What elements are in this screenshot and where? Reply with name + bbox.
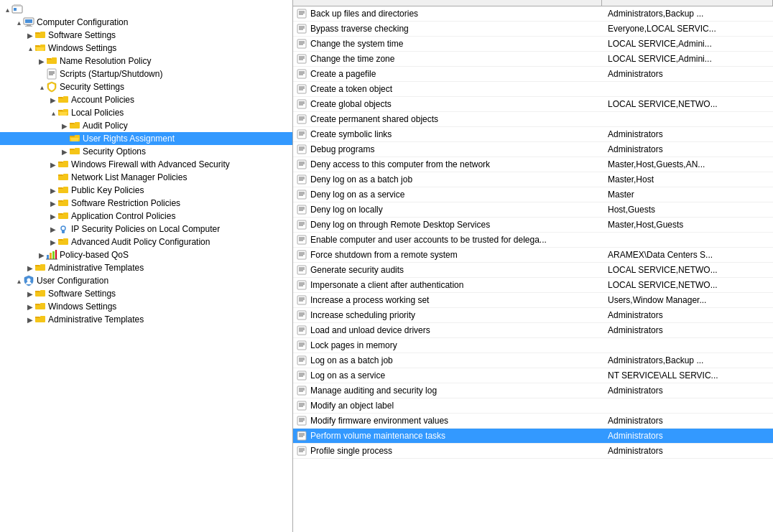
tree-item-app-control[interactable]: ▶ Application Control Policies <box>0 210 292 223</box>
expander-account-policies[interactable]: ▶ <box>49 96 57 104</box>
table-row[interactable]: Enable computer and user accounts to be … <box>293 233 773 248</box>
tree-item-computer-config[interactable]: ▴ Computer Configuration <box>0 16 292 29</box>
table-row[interactable]: Increase a process working set Users,Win… <box>293 293 773 308</box>
table-row[interactable]: Create a token object <box>293 82 773 97</box>
tree-root[interactable]: ▴ <box>0 3 292 16</box>
expander-public-key[interactable]: ▶ <box>49 187 57 195</box>
table-row[interactable]: Deny log on as a batch job Master,Host <box>293 172 773 187</box>
expander-admin-templates-1[interactable]: ▶ <box>26 264 34 272</box>
table-row[interactable]: Deny log on as a service Master <box>293 187 773 202</box>
table-row[interactable]: Log on as a service NT SERVICE\ALL SERVI… <box>293 368 773 383</box>
policy-text: Create symbolic links <box>310 129 392 139</box>
expander-local-policies[interactable]: ▴ <box>49 109 57 117</box>
expander-computer-config[interactable]: ▴ <box>14 19 23 27</box>
policy-text: Deny log on as a batch job <box>310 174 412 185</box>
table-row[interactable]: Change the time zone LOCAL SERVICE,Admin… <box>293 52 773 67</box>
root-expander[interactable]: ▴ <box>3 6 11 14</box>
col-policy-header[interactable] <box>293 0 602 6</box>
expander-name-resolution[interactable]: ▶ <box>37 57 46 65</box>
expander-windows-settings-2[interactable]: ▶ <box>26 303 34 311</box>
icon-folder <box>57 236 69 248</box>
tree-item-name-resolution[interactable]: ▶ Name Resolution Policy <box>0 55 292 67</box>
table-row[interactable]: Load and unload device drivers Administr… <box>293 323 773 338</box>
table-row[interactable]: Perform volume maintenance tasks Adminis… <box>293 429 773 444</box>
tree-item-firewall[interactable]: ▶ Windows Firewall with Advanced Securit… <box>0 158 292 171</box>
tree-panel[interactable]: ▴ ▴ Computer Configuration ▶ Software Se… <box>0 0 293 532</box>
table-header <box>293 0 773 6</box>
row-icon <box>296 83 307 95</box>
expander-windows-settings-1[interactable]: ▴ <box>26 45 34 52</box>
label-advanced-audit: Advanced Audit Policy Configuration <box>71 237 210 247</box>
table-row[interactable]: Create permanent shared objects <box>293 112 773 127</box>
expander-app-control[interactable]: ▶ <box>49 213 57 220</box>
row-icon <box>296 204 307 215</box>
tree-item-user-config[interactable]: ▴ User Configuration <box>0 274 292 287</box>
tree-item-admin-templates-1[interactable]: ▶ Administrative Templates <box>0 261 292 274</box>
expander-admin-templates-2[interactable]: ▶ <box>26 316 34 324</box>
expander-user-config[interactable]: ▴ <box>14 277 23 285</box>
tree-item-public-key[interactable]: ▶ Public Key Policies <box>0 184 292 197</box>
table-row[interactable]: Increase scheduling priority Administrat… <box>293 308 773 323</box>
table-row[interactable]: Lock pages in memory <box>293 338 773 353</box>
tree-item-account-policies[interactable]: ▶ Account Policies <box>0 93 292 106</box>
tree-item-security-settings[interactable]: ▴ Security Settings <box>0 80 292 93</box>
svg-rect-39 <box>297 85 306 93</box>
expander-security-options[interactable]: ▶ <box>60 148 69 156</box>
table-row[interactable]: Bypass traverse checking Everyone,LOCAL … <box>293 22 773 37</box>
table-row[interactable]: Impersonate a client after authenticatio… <box>293 278 773 293</box>
tree-item-windows-settings-1[interactable]: ▴ Windows Settings <box>0 42 292 55</box>
tree-item-network-list[interactable]: Network List Manager Policies <box>0 171 292 184</box>
svg-rect-12 <box>62 230 65 233</box>
tree-item-advanced-audit[interactable]: ▶ Advanced Audit Policy Configuration <box>0 235 292 248</box>
table-row[interactable]: Create symbolic links Administrators <box>293 127 773 142</box>
expander-security-settings[interactable]: ▴ <box>37 83 46 91</box>
tree-item-policy-based-qos[interactable]: ▶ Policy-based QoS <box>0 248 292 261</box>
tree-item-ip-security[interactable]: ▶ IP Security Policies on Local Computer <box>0 223 292 235</box>
table-row[interactable]: Manage auditing and security log Adminis… <box>293 383 773 398</box>
expander-software-settings-2[interactable]: ▶ <box>26 290 34 298</box>
table-row[interactable]: Profile single process Administrators <box>293 444 773 459</box>
tree-item-software-settings-1[interactable]: ▶ Software Settings <box>0 29 292 42</box>
label-security-settings: Security Settings <box>60 82 124 92</box>
tree-item-admin-templates-2[interactable]: ▶ Administrative Templates <box>0 313 292 326</box>
svg-rect-91 <box>297 281 306 289</box>
table-row[interactable]: Modify firmware environment values Admin… <box>293 414 773 429</box>
table-row[interactable]: Create global objects LOCAL SERVICE,NETW… <box>293 97 773 112</box>
expander-software-restriction[interactable]: ▶ <box>49 200 57 207</box>
svg-rect-4 <box>25 19 32 23</box>
table-row[interactable]: Change the system time LOCAL SERVICE,Adm… <box>293 37 773 52</box>
table-row[interactable]: Force shutdown from a remote system ARAM… <box>293 248 773 263</box>
col-security-header[interactable] <box>602 0 773 6</box>
expander-ip-security[interactable]: ▶ <box>49 225 57 233</box>
tree-item-software-settings-2[interactable]: ▶ Software Settings <box>0 287 292 300</box>
expander-software-settings-1[interactable]: ▶ <box>26 32 34 39</box>
table-row[interactable]: Generate security audits LOCAL SERVICE,N… <box>293 263 773 278</box>
table-row[interactable]: Modify an object label <box>293 398 773 414</box>
expander-advanced-audit[interactable]: ▶ <box>49 238 57 246</box>
expander-audit-policy[interactable]: ▶ <box>60 122 69 130</box>
icon-security <box>57 223 69 235</box>
cell-policy: Debug programs <box>293 142 602 157</box>
tree-item-security-options[interactable]: ▶ Security Options <box>0 145 292 158</box>
expander-firewall[interactable]: ▶ <box>49 161 57 169</box>
policy-text: Debug programs <box>310 144 374 154</box>
icon-folder <box>34 288 46 299</box>
expander-policy-based-qos[interactable]: ▶ <box>37 251 46 259</box>
cell-security: Administrators <box>602 384 773 397</box>
table-body[interactable]: Back up files and directories Administra… <box>293 6 773 532</box>
table-row[interactable]: Create a pagefile Administrators <box>293 67 773 82</box>
tree-item-audit-policy[interactable]: ▶ Audit Policy <box>0 119 292 132</box>
table-row[interactable]: Deny log on locally Host,Guests <box>293 202 773 218</box>
tree-item-user-rights[interactable]: User Rights Assignment <box>0 132 292 145</box>
tree-item-scripts[interactable]: Scripts (Startup/Shutdown) <box>0 67 292 80</box>
tree-item-windows-settings-2[interactable]: ▶ Windows Settings <box>0 300 292 313</box>
table-row[interactable]: Deny log on through Remote Desktop Servi… <box>293 218 773 233</box>
icon-folder <box>46 55 57 67</box>
cell-security: Administrators <box>602 67 773 80</box>
table-row[interactable]: Debug programs Administrators <box>293 142 773 157</box>
table-row[interactable]: Log on as a batch job Administrators,Bac… <box>293 353 773 368</box>
table-row[interactable]: Back up files and directories Administra… <box>293 6 773 22</box>
tree-item-local-policies[interactable]: ▴ Local Policies <box>0 106 292 119</box>
tree-item-software-restriction[interactable]: ▶ Software Restriction Policies <box>0 197 292 210</box>
table-row[interactable]: Deny access to this computer from the ne… <box>293 157 773 172</box>
